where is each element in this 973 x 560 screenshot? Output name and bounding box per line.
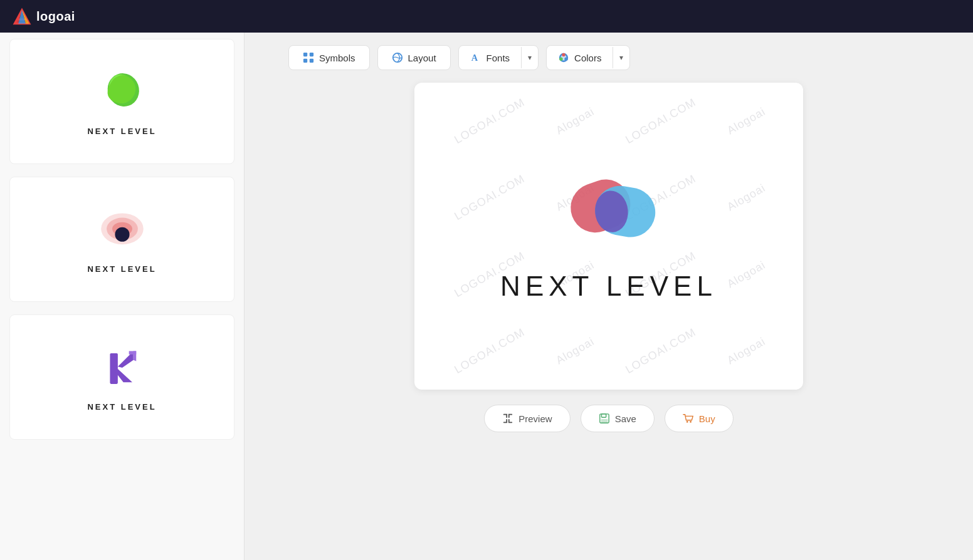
- main-canvas-icon: [559, 170, 659, 258]
- canvas-area: LOGOAI.COM Alogoai LOGOAI.COM Alogoai LO…: [414, 83, 803, 390]
- svg-rect-20: [310, 59, 313, 63]
- logo-card-3[interactable]: NEXT LEVEL: [9, 314, 234, 440]
- fonts-button[interactable]: A Fonts: [459, 46, 522, 70]
- svg-point-27: [559, 58, 562, 61]
- preview-label: Preview: [518, 413, 552, 424]
- logo2-icon: [94, 205, 150, 256]
- canvas-logo-content: NEXT LEVEL: [500, 170, 717, 302]
- svg-marker-15: [115, 368, 132, 381]
- svg-point-11: [115, 227, 129, 241]
- svg-point-35: [690, 421, 692, 423]
- card-3-brand: NEXT LEVEL: [87, 402, 156, 412]
- svg-rect-19: [303, 59, 307, 63]
- colors-button[interactable]: Colors: [547, 46, 613, 70]
- right-content: Symbols Layout A Fonts ▾: [245, 33, 973, 560]
- save-icon: [599, 413, 610, 424]
- preview-button[interactable]: Preview: [484, 405, 570, 432]
- logoai-text: logoai: [36, 9, 75, 24]
- logo3-icon: [94, 343, 150, 393]
- buy-icon: [683, 413, 694, 424]
- buy-label: Buy: [699, 413, 715, 424]
- svg-rect-33: [601, 419, 607, 423]
- colors-dropdown[interactable]: Colors ▾: [546, 45, 630, 70]
- layout-label: Layout: [408, 53, 436, 63]
- card-2-brand: NEXT LEVEL: [87, 264, 156, 274]
- symbols-icon: [303, 52, 314, 63]
- save-button[interactable]: Save: [581, 405, 655, 432]
- svg-marker-16: [129, 351, 136, 354]
- svg-point-25: [562, 53, 565, 56]
- save-label: Save: [615, 413, 636, 424]
- svg-point-34: [686, 421, 688, 423]
- logo-area: logoai: [13, 7, 75, 26]
- svg-rect-18: [310, 53, 313, 56]
- fonts-icon: A: [470, 52, 481, 63]
- colors-arrow[interactable]: ▾: [613, 47, 629, 68]
- colors-icon: [558, 52, 569, 63]
- toolbar: Symbols Layout A Fonts ▾: [288, 45, 630, 70]
- layout-button[interactable]: Layout: [377, 45, 451, 70]
- symbols-button[interactable]: Symbols: [288, 45, 370, 70]
- header: logoai: [0, 0, 973, 33]
- action-buttons: Preview Save Buy: [484, 405, 733, 432]
- logoai-icon: [13, 7, 31, 26]
- sidebar: NEXT LEVEL NEXT LEVEL: [0, 33, 245, 560]
- logo-card-1[interactable]: NEXT LEVEL: [9, 39, 234, 164]
- fonts-arrow[interactable]: ▾: [521, 47, 538, 68]
- fonts-dropdown[interactable]: A Fonts ▾: [458, 45, 539, 70]
- svg-text:A: A: [471, 53, 478, 63]
- logo-card-2[interactable]: NEXT LEVEL: [9, 177, 234, 302]
- fonts-label: Fonts: [486, 53, 510, 63]
- colors-label: Colors: [574, 53, 601, 63]
- svg-point-26: [564, 58, 567, 61]
- layout-icon: [392, 52, 403, 63]
- card-1-brand: NEXT LEVEL: [87, 127, 156, 136]
- logo1-icon: [94, 68, 150, 118]
- preview-icon: [502, 413, 513, 424]
- main-layout: NEXT LEVEL NEXT LEVEL: [0, 33, 973, 560]
- symbols-label: Symbols: [319, 53, 355, 63]
- svg-rect-12: [110, 353, 117, 384]
- svg-rect-17: [303, 53, 307, 56]
- svg-rect-32: [601, 414, 606, 417]
- buy-button[interactable]: Buy: [665, 405, 734, 432]
- canvas-brand-name: NEXT LEVEL: [500, 271, 717, 302]
